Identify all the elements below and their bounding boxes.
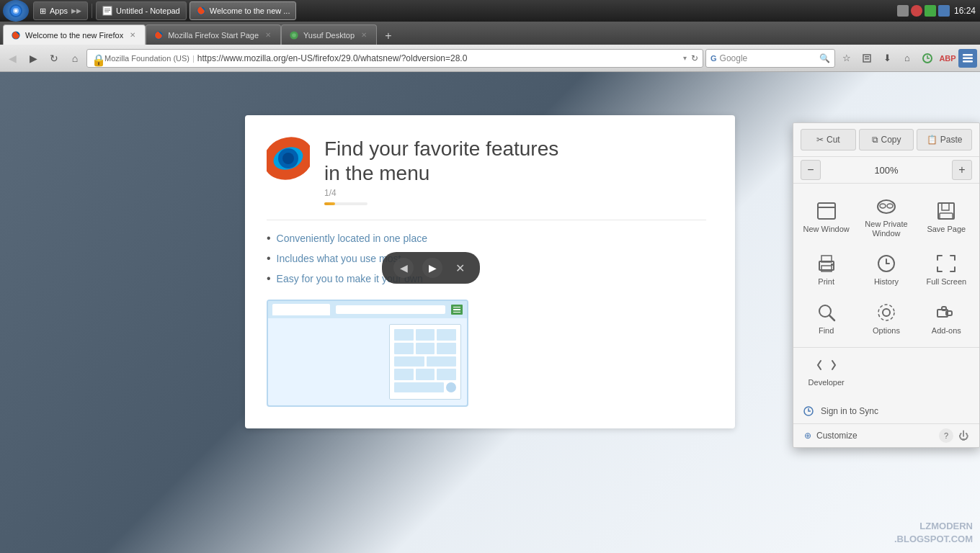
edit-actions-row: ✂ Cut ⧉ Copy 📋 Paste — [793, 123, 979, 157]
tab-bar: Welcome to the new Firefox ✕ Mozilla Fir… — [0, 22, 980, 45]
tab-welcome[interactable]: Welcome to the new Firefox ✕ — [3, 24, 146, 45]
feature-item-3: • Easy for you to make it your own — [267, 272, 706, 285]
developer-icon — [816, 354, 837, 375]
sign-in-sync-item[interactable]: Sign in to Sync — [793, 399, 979, 423]
options-item[interactable]: Options — [858, 296, 914, 341]
prev-arrow[interactable]: ◀ — [393, 258, 414, 278]
feature-item-2: • Includes what you use most — [267, 252, 706, 265]
svg-rect-31 — [942, 203, 949, 210]
svg-rect-36 — [831, 264, 833, 266]
zoom-in-button[interactable]: + — [952, 160, 972, 180]
separator — [92, 4, 92, 18]
svg-point-40 — [883, 309, 890, 316]
find-item[interactable]: Find — [798, 296, 855, 341]
print-item[interactable]: Print — [798, 247, 855, 292]
customize-label[interactable]: Customize — [816, 431, 936, 441]
next-arrow[interactable]: ▶ — [422, 258, 442, 278]
mockup-grid-1 — [394, 329, 456, 354]
download-icon[interactable]: ⬇ — [878, 49, 896, 68]
tab-close-1[interactable]: ✕ — [128, 30, 138, 40]
taskbar-firefox[interactable]: Welcome to the new ... — [190, 1, 297, 20]
addons-icon — [935, 302, 957, 323]
adblock-icon[interactable]: ABP — [938, 49, 957, 68]
zoom-out-button[interactable]: − — [801, 160, 821, 180]
taskbar-apps[interactable]: ⊞ Apps ▶▶ — [33, 1, 88, 20]
popup-close-button[interactable]: ✕ — [451, 259, 468, 276]
taskbar-notepad[interactable]: Untitled - Notepad — [96, 1, 187, 20]
paste-button[interactable]: 📋 Paste — [917, 129, 972, 150]
new-window-item[interactable]: New Window — [798, 189, 855, 244]
bullet-1: • — [267, 232, 271, 245]
cut-icon: ✂ — [816, 135, 824, 145]
search-bar[interactable]: G Google 🔍 — [705, 49, 835, 68]
save-page-item[interactable]: Save Page — [918, 189, 975, 244]
svg-line-39 — [829, 315, 834, 320]
sync-icon — [802, 405, 815, 418]
nav-bar: ◀ ▶ ↻ ⌂ 🔒 Mozilla Foundation (US) | http… — [0, 45, 980, 72]
apps-icon: ⊞ — [40, 6, 46, 16]
url-dropdown-icon[interactable]: ▾ — [683, 54, 687, 62]
power-button[interactable]: ⏻ — [956, 428, 971, 443]
bullet-2: • — [267, 252, 271, 265]
new-tab-button[interactable]: + — [380, 27, 397, 45]
tab-close-3[interactable]: ✕ — [359, 30, 369, 40]
notepad-icon — [102, 6, 112, 16]
feature-list: • Conveniently located in one place • In… — [267, 232, 706, 285]
bookmarks-star-icon[interactable]: ☆ — [837, 49, 856, 68]
tab-yusuf[interactable]: Yusuf Desktop ✕ — [281, 24, 377, 45]
bookmark-list-icon[interactable] — [858, 49, 876, 68]
url-bar[interactable]: 🔒 Mozilla Foundation (US) | https://www.… — [86, 49, 703, 68]
svg-rect-7 — [104, 12, 109, 12]
sync-icon[interactable] — [918, 49, 937, 68]
menu-icon-grid: New Window New Private Window Save Page — [793, 184, 979, 348]
firefox-tab2-icon — [153, 30, 164, 40]
tab-start-page[interactable]: Mozilla Firefox Start Page ✕ — [146, 24, 281, 45]
taskbar-time: 16:24 — [954, 6, 976, 16]
svg-rect-6 — [104, 10, 110, 11]
copy-icon: ⧉ — [872, 135, 878, 145]
history-icon — [876, 253, 897, 274]
tray-icon-4 — [938, 5, 950, 17]
forward-button[interactable]: ▶ — [24, 49, 43, 68]
home-button[interactable]: ⌂ — [66, 49, 84, 68]
full-screen-item[interactable]: Full Screen — [918, 247, 975, 292]
svg-point-28 — [880, 204, 886, 208]
print-icon — [816, 253, 837, 274]
card-divider — [267, 220, 706, 220]
svg-rect-26 — [818, 207, 835, 208]
progress-bar — [324, 202, 368, 205]
mockup-body — [268, 318, 467, 405]
tab-close-2[interactable]: ✕ — [263, 30, 273, 40]
svg-rect-17 — [963, 54, 973, 56]
tray-icons — [897, 5, 950, 17]
new-private-window-item[interactable]: New Private Window — [858, 189, 914, 244]
svg-rect-19 — [963, 60, 973, 63]
home-icon[interactable]: ⌂ — [898, 49, 917, 68]
card-counter: 1/4 — [324, 188, 706, 198]
mockup-url — [336, 305, 445, 314]
history-item[interactable]: History — [858, 247, 914, 292]
cut-button[interactable]: ✂ Cut — [801, 129, 856, 150]
start-button[interactable] — [3, 0, 29, 22]
card-header: Find your favorite features in the menu … — [267, 137, 706, 205]
customize-plus-icon: ⊕ — [802, 430, 814, 441]
back-button[interactable]: ◀ — [3, 49, 22, 68]
card-title: Find your favorite features in the menu — [324, 137, 706, 185]
tray-icon-1 — [897, 5, 909, 17]
mockup-tab — [272, 304, 330, 315]
search-icon[interactable]: 🔍 — [819, 53, 830, 63]
help-button[interactable]: ? — [939, 428, 953, 443]
copy-button[interactable]: ⧉ Copy — [859, 129, 914, 150]
browser: Welcome to the new Firefox ✕ Mozilla Fir… — [0, 22, 980, 553]
svg-rect-14 — [865, 56, 869, 58]
mockup-grid-2 — [394, 369, 456, 380]
addons-item[interactable]: Add-ons — [918, 296, 975, 341]
progress-fill — [324, 202, 335, 205]
menu-button[interactable] — [958, 49, 977, 68]
url-refresh-icon[interactable]: ↻ — [691, 53, 698, 63]
reload-button[interactable]: ↻ — [45, 49, 63, 68]
developer-item[interactable]: Developer — [798, 348, 855, 393]
find-icon — [816, 302, 837, 323]
firefox-small-icon — [196, 6, 206, 16]
mockup-header — [268, 301, 467, 318]
